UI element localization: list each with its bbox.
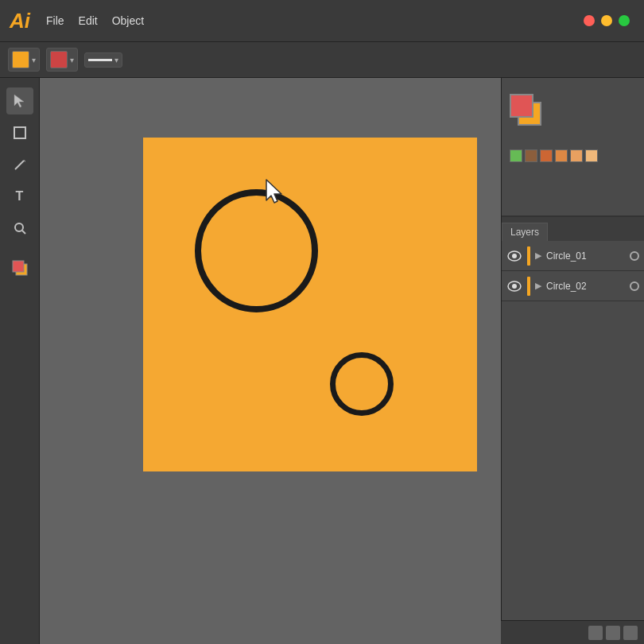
front-swatch[interactable] xyxy=(510,94,533,118)
eye-svg-circle02 xyxy=(507,281,522,292)
layer-color-strip-circle02 xyxy=(527,277,530,296)
swatch-orange4[interactable] xyxy=(585,149,598,162)
canvas-area[interactable] xyxy=(40,78,501,644)
menu-edit[interactable]: Edit xyxy=(79,14,98,27)
stroke-swatch-group[interactable]: ▾ xyxy=(46,48,78,72)
select-tool-icon xyxy=(13,93,27,109)
toolbox: T xyxy=(0,78,40,644)
circle-small[interactable] xyxy=(330,352,394,416)
swatch-area xyxy=(510,86,636,162)
swatch-orange2[interactable] xyxy=(555,149,568,162)
layer-target-circle02[interactable] xyxy=(630,281,639,291)
visibility-icon-circle01[interactable] xyxy=(506,248,522,264)
layers-panel: Layers ▶ Circle_01 xyxy=(502,217,644,644)
close-button[interactable] xyxy=(584,15,595,26)
window-controls xyxy=(584,15,630,26)
fill-swatch-group[interactable]: ▾ xyxy=(8,48,40,72)
svg-point-4 xyxy=(15,223,23,231)
select-tool-button[interactable] xyxy=(6,87,33,114)
layer-item-circle01[interactable]: ▶ Circle_01 xyxy=(502,241,644,271)
bottom-bar xyxy=(501,620,644,644)
layer-expand-icon-circle02[interactable]: ▶ xyxy=(535,281,541,291)
layer-name-circle01: Circle_01 xyxy=(546,250,625,262)
fill-color-swatch[interactable] xyxy=(12,51,29,68)
swatches-panel xyxy=(502,78,644,217)
pencil-tool-button[interactable] xyxy=(6,151,33,178)
layers-tabs: Layers xyxy=(502,217,644,241)
layer-item-circle02[interactable]: ▶ Circle_02 xyxy=(502,271,644,301)
main-area: T xyxy=(0,78,644,644)
svg-line-5 xyxy=(22,231,25,234)
artboard-tool-icon xyxy=(11,259,29,277)
pencil-tool-icon xyxy=(13,157,27,172)
swatch-green[interactable] xyxy=(510,149,522,162)
eye-svg-circle01 xyxy=(507,250,522,262)
stroke-width-group[interactable]: ▾ xyxy=(84,52,122,68)
panel-icon-3[interactable] xyxy=(623,626,638,640)
svg-line-2 xyxy=(15,161,24,169)
stroke-line-preview xyxy=(88,59,112,61)
titlebar: Ai File Edit Object xyxy=(0,0,644,42)
maximize-button[interactable] xyxy=(619,15,630,26)
app-logo: Ai xyxy=(10,9,30,33)
swatch-orange3[interactable] xyxy=(570,149,583,162)
minimize-button[interactable] xyxy=(601,15,612,26)
svg-rect-7 xyxy=(13,261,24,272)
panel-icon-1[interactable] xyxy=(588,626,603,640)
visibility-icon-circle02[interactable] xyxy=(506,278,522,294)
menu-object[interactable]: Object xyxy=(112,14,144,27)
toolbar: ▾ ▾ ▾ xyxy=(0,42,644,78)
artboard xyxy=(143,138,477,471)
rectangle-tool-icon xyxy=(13,126,27,140)
artboard-tool-button[interactable] xyxy=(6,254,33,281)
right-panel: Layers ▶ Circle_01 xyxy=(501,78,644,644)
layer-name-circle02: Circle_02 xyxy=(546,281,625,292)
svg-marker-0 xyxy=(14,95,24,107)
svg-point-10 xyxy=(512,254,517,258)
text-tool-button[interactable]: T xyxy=(6,183,33,210)
panel-icon-2[interactable] xyxy=(606,626,620,640)
zoom-tool-icon xyxy=(13,221,27,235)
rectangle-tool-button[interactable] xyxy=(6,119,33,146)
stroke-width-chevron-icon[interactable]: ▾ xyxy=(114,56,118,64)
text-tool-icon: T xyxy=(16,189,24,204)
layer-target-circle01[interactable] xyxy=(630,251,639,261)
menu-file[interactable]: File xyxy=(46,14,64,27)
layer-expand-icon-circle01[interactable]: ▶ xyxy=(535,250,541,261)
svg-rect-1 xyxy=(14,127,25,138)
stroke-color-swatch[interactable] xyxy=(50,51,68,68)
svg-point-12 xyxy=(512,284,517,289)
swatch-orange1[interactable] xyxy=(540,149,553,162)
layer-color-strip-circle01 xyxy=(527,246,530,266)
fill-chevron-icon[interactable]: ▾ xyxy=(32,56,36,64)
layers-tab[interactable]: Layers xyxy=(502,223,548,241)
zoom-tool-button[interactable] xyxy=(6,215,33,242)
stroke-chevron-icon[interactable]: ▾ xyxy=(70,56,74,64)
swatch-row xyxy=(510,149,598,162)
circle-large[interactable] xyxy=(195,189,318,312)
swatch-brown[interactable] xyxy=(525,149,537,162)
